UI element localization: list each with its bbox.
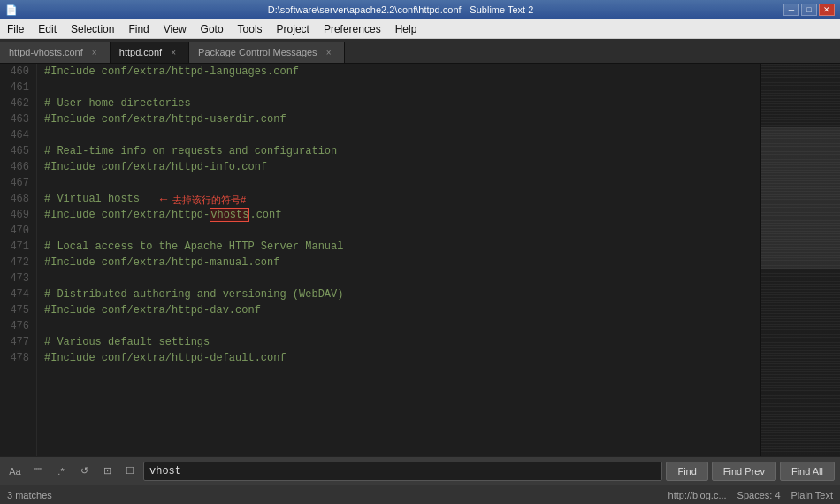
line-number: 464 bbox=[0, 127, 36, 143]
line-number: 471 bbox=[0, 239, 36, 255]
code-line: # User home directories bbox=[37, 95, 760, 111]
find-bar: Aa "" .* ↺ ⊡ ☐ Find Find Prev Find All bbox=[0, 456, 840, 485]
tab-label: Package Control Messages bbox=[198, 47, 317, 57]
status-url: http://blog.c... bbox=[668, 490, 727, 500]
regex-button[interactable]: .* bbox=[51, 462, 71, 481]
code-area[interactable]: #Include conf/extra/httpd-languages.conf… bbox=[37, 64, 760, 456]
code-line bbox=[37, 271, 760, 286]
find-all-button[interactable]: Find All bbox=[780, 462, 835, 481]
minimize-button[interactable]: ─ bbox=[783, 4, 799, 16]
tab-close-icon[interactable]: × bbox=[167, 46, 179, 58]
status-right: http://blog.c... Spaces: 4 Plain Text bbox=[668, 490, 833, 500]
whole-word-button[interactable]: "" bbox=[28, 462, 48, 481]
menu-item-project[interactable]: Project bbox=[270, 19, 317, 38]
line-number: 477 bbox=[0, 334, 36, 350]
line-numbers: 4604614624634644654664674684694704714724… bbox=[0, 64, 37, 456]
in-selection-button[interactable]: ⊡ bbox=[97, 462, 117, 481]
line-number: 468 bbox=[0, 191, 36, 207]
code-line: # Local access to the Apache HTTP Server… bbox=[37, 239, 760, 255]
line-number: 467 bbox=[0, 175, 36, 191]
menu-item-selection[interactable]: Selection bbox=[64, 19, 121, 38]
title-bar-icon: 📄 bbox=[5, 4, 18, 16]
tab-close-icon[interactable]: × bbox=[88, 46, 101, 58]
code-line: #Include conf/extra/httpd-userdir.conf bbox=[37, 111, 760, 127]
find-prev-button[interactable]: Find Prev bbox=[712, 462, 776, 481]
title-bar-controls: ─ □ ✕ bbox=[783, 4, 835, 16]
code-line: #Include conf/extra/httpd-default.conf bbox=[37, 350, 760, 366]
annotation-text: ← 去掉该行的符号# bbox=[157, 192, 246, 207]
tab-package-control[interactable]: Package Control Messages × bbox=[189, 42, 345, 63]
menu-item-preferences[interactable]: Preferences bbox=[317, 19, 388, 38]
code-line: # Various default settings bbox=[37, 334, 760, 350]
code-line bbox=[37, 80, 760, 95]
line-number: 475 bbox=[0, 302, 36, 318]
code-line: #Include conf/extra/httpd-dav.conf bbox=[37, 302, 760, 318]
menu-item-file[interactable]: File bbox=[0, 19, 31, 38]
find-input[interactable] bbox=[143, 462, 662, 481]
code-line: # Real-time info on requests and configu… bbox=[37, 143, 760, 159]
line-number: 462 bbox=[0, 95, 36, 111]
status-bar: 3 matches http://blog.c... Spaces: 4 Pla… bbox=[0, 485, 840, 504]
code-line: # Virtual hosts← 去掉该行的符号# bbox=[37, 191, 760, 207]
match-count: 3 matches bbox=[7, 490, 52, 500]
menu-item-view[interactable]: View bbox=[157, 19, 194, 38]
wrap-button[interactable]: ↺ bbox=[74, 462, 94, 481]
title-bar-text: D:\software\server\apache2.2\conf\httpd.… bbox=[18, 4, 783, 15]
highlight-button[interactable]: ☐ bbox=[120, 462, 140, 481]
line-number: 474 bbox=[0, 286, 36, 302]
highlight-match: vhosts bbox=[210, 208, 249, 222]
status-spaces[interactable]: Spaces: 4 bbox=[737, 490, 781, 500]
tab-httpd-conf[interactable]: httpd.conf × bbox=[111, 42, 189, 63]
line-number: 465 bbox=[0, 143, 36, 159]
line-number: 478 bbox=[0, 350, 36, 366]
line-number: 466 bbox=[0, 159, 36, 175]
find-button[interactable]: Find bbox=[666, 462, 707, 481]
line-number: 463 bbox=[0, 111, 36, 127]
menu-item-tools[interactable]: Tools bbox=[231, 19, 270, 38]
minimap-viewport[interactable] bbox=[760, 127, 840, 269]
line-number: 472 bbox=[0, 255, 36, 271]
line-number: 473 bbox=[0, 271, 36, 286]
tab-label: httpd-vhosts.conf bbox=[9, 47, 83, 57]
code-line: #Include conf/extra/httpd-manual.conf bbox=[37, 255, 760, 271]
line-number: 460 bbox=[0, 64, 36, 80]
tab-httpd-vhosts[interactable]: httpd-vhosts.conf × bbox=[0, 42, 111, 63]
status-left: 3 matches bbox=[7, 490, 52, 500]
code-line bbox=[37, 175, 760, 191]
tab-bar: httpd-vhosts.conf × httpd.conf × Package… bbox=[0, 39, 840, 64]
code-line bbox=[37, 127, 760, 143]
menu-item-help[interactable]: Help bbox=[388, 19, 424, 38]
menu-bar: FileEditSelectionFindViewGotoToolsProjec… bbox=[0, 19, 840, 39]
minimap bbox=[760, 64, 840, 456]
code-line bbox=[37, 318, 760, 334]
menu-item-find[interactable]: Find bbox=[121, 19, 156, 38]
editor-area: 4604614624634644654664674684694704714724… bbox=[0, 64, 840, 456]
code-line: #Include conf/extra/httpd-languages.conf bbox=[37, 64, 760, 80]
line-number: 461 bbox=[0, 80, 36, 95]
tab-close-icon[interactable]: × bbox=[323, 46, 335, 58]
code-line: #Include conf/extra/httpd-info.conf bbox=[37, 159, 760, 175]
tab-label: httpd.conf bbox=[119, 47, 162, 57]
line-number: 469 bbox=[0, 207, 36, 223]
menu-item-edit[interactable]: Edit bbox=[31, 19, 64, 38]
menu-item-goto[interactable]: Goto bbox=[194, 19, 231, 38]
code-line bbox=[37, 223, 760, 239]
line-number: 476 bbox=[0, 318, 36, 334]
case-sensitive-button[interactable]: Aa bbox=[5, 462, 25, 481]
code-line: #Include conf/extra/httpd-vhosts.conf bbox=[37, 207, 760, 223]
title-bar: 📄 D:\software\server\apache2.2\conf\http… bbox=[0, 0, 840, 19]
code-line: # Distributed authoring and versioning (… bbox=[37, 286, 760, 302]
line-number: 470 bbox=[0, 223, 36, 239]
status-syntax[interactable]: Plain Text bbox=[791, 490, 834, 500]
close-button[interactable]: ✕ bbox=[819, 4, 835, 16]
maximize-button[interactable]: □ bbox=[801, 4, 817, 16]
